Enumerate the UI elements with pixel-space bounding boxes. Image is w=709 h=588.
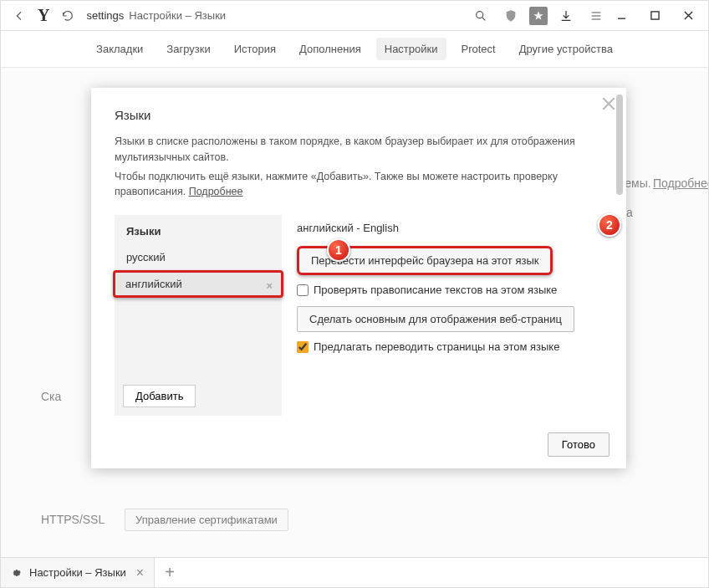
language-item-russian[interactable]: русский [115, 244, 282, 270]
gear-icon [11, 567, 23, 579]
address-prefix: settings [86, 9, 124, 22]
modal-description-1: Языки в списке расположены в таком поряд… [115, 134, 603, 166]
yandex-logo[interactable]: Y [38, 6, 49, 25]
window-controls [615, 9, 701, 23]
tab-protect[interactable]: Protect [453, 38, 504, 60]
address-bar[interactable]: settings Настройки – Языки [86, 9, 462, 22]
modal-more-link[interactable]: Подробнее [189, 186, 243, 197]
shield-icon[interactable] [499, 4, 523, 28]
search-icon[interactable] [469, 4, 492, 28]
tab-addons[interactable]: Дополнения [291, 38, 370, 60]
back-button[interactable] [8, 4, 31, 28]
maximize-button[interactable] [648, 9, 661, 23]
address-title: Настройки – Языки [129, 9, 226, 22]
tab-devices[interactable]: Другие устройства [511, 38, 621, 60]
language-list-header: Языки [115, 215, 282, 244]
close-icon[interactable] [601, 96, 616, 111]
modal-description-2: Чтобы подключить ещё языки, нажмите «Доб… [115, 169, 603, 201]
menu-icon[interactable] [584, 4, 608, 28]
svg-rect-1 [650, 12, 658, 19]
new-tab-button[interactable]: + [155, 563, 185, 582]
reload-button[interactable] [56, 4, 79, 28]
language-item-label: английский [125, 278, 182, 290]
remove-language-icon[interactable]: × [266, 279, 273, 292]
tab-downloads[interactable]: Загрузки [158, 38, 218, 60]
language-panel: Языки русский английский × Добавить англ… [115, 215, 603, 416]
annotation-callout-2: 2 [598, 213, 621, 237]
tab-settings[interactable]: Настройки [376, 38, 446, 60]
browser-toolbar: Y settings Настройки – Языки [1, 1, 708, 31]
tab-bookmarks[interactable]: Закладки [88, 38, 151, 60]
close-tab-icon[interactable]: × [136, 565, 144, 580]
modal-title: Языки [115, 108, 603, 122]
offer-translate-label: Предлагать переводить страницы на этом я… [314, 340, 559, 353]
spellcheck-checkbox-row[interactable]: Проверять правописание текстов на этом я… [297, 284, 603, 296]
browser-tab-title: Настройки – Языки [29, 566, 126, 579]
done-button[interactable]: Готово [548, 432, 610, 457]
tab-history[interactable]: История [226, 38, 284, 60]
language-detail-title: английский - English [297, 222, 603, 234]
settings-nav-tabs: Закладки Загрузки История Дополнения Нас… [1, 31, 708, 68]
language-list: Языки русский английский × Добавить [115, 215, 282, 416]
language-item-english[interactable]: английский × [113, 270, 283, 298]
download-icon[interactable] [554, 4, 578, 28]
make-main-display-button[interactable]: Сделать основным для отображения веб-стр… [297, 306, 574, 332]
browser-tab-strip: Настройки – Языки × + [1, 557, 708, 587]
browser-tab[interactable]: Настройки – Языки × [1, 558, 155, 587]
add-language-button[interactable]: Добавить [123, 385, 196, 407]
modal-scrollbar[interactable] [616, 95, 623, 462]
bookmark-star-icon[interactable] [529, 7, 548, 25]
svg-point-0 [477, 11, 483, 18]
minimize-button[interactable] [615, 9, 628, 23]
spellcheck-checkbox[interactable] [297, 284, 309, 296]
offer-translate-checkbox[interactable] [297, 341, 309, 353]
languages-modal: Языки Языки в списке расположены в таком… [91, 88, 626, 468]
spellcheck-label: Проверять правописание текстов на этом я… [314, 284, 557, 296]
offer-translate-checkbox-row[interactable]: Предлагать переводить страницы на этом я… [297, 340, 603, 353]
close-window-button[interactable] [681, 9, 695, 23]
annotation-callout-1: 1 [327, 238, 350, 262]
